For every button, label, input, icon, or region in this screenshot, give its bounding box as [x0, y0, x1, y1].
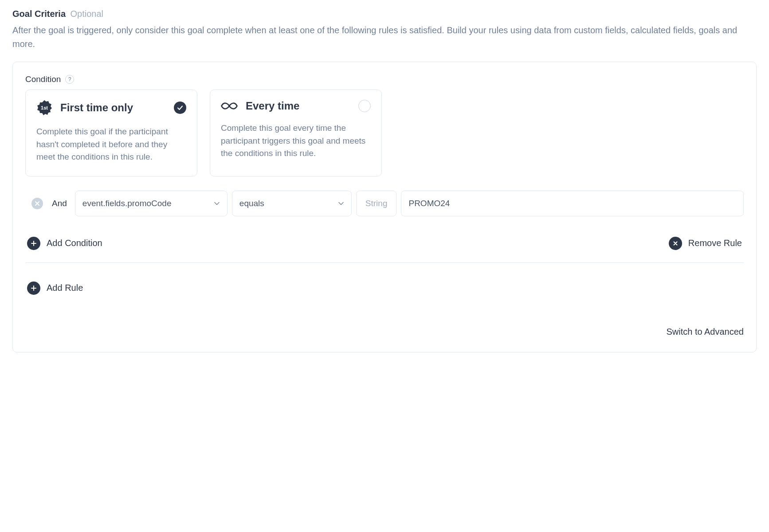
comparator-select[interactable]: equals [232, 191, 352, 216]
rule-condition-row: And event.fields.promoCode equals String [25, 191, 744, 216]
close-icon [669, 237, 682, 250]
radio-selected-icon [174, 102, 186, 114]
radio-unselected-icon [358, 100, 371, 112]
type-label: String [365, 199, 388, 208]
add-condition-label: Add Condition [47, 238, 102, 248]
header-optional-label: Optional [71, 9, 104, 19]
remove-rule-label: Remove Rule [688, 238, 742, 248]
condition-label-row: Condition ? [25, 74, 744, 84]
add-condition-button[interactable]: Add Condition [27, 237, 102, 250]
header-title: Goal Criteria [12, 9, 66, 19]
join-operator-label: And [52, 199, 67, 208]
plus-icon [27, 282, 40, 295]
close-icon [35, 201, 40, 206]
condition-option-first-time[interactable]: 1st First time only Complete this goal i… [25, 90, 197, 176]
rule-actions-row: Add Condition Remove Rule [25, 237, 744, 262]
badge-1st-icon: 1st [36, 100, 52, 116]
option-title: Every time [246, 100, 350, 112]
option-description: Complete this goal every time the partic… [221, 122, 371, 160]
type-indicator: String [356, 191, 397, 216]
add-rule-label: Add Rule [47, 283, 83, 293]
svg-text:1st: 1st [41, 105, 48, 110]
condition-options: 1st First time only Complete this goal i… [25, 90, 744, 176]
remove-condition-button[interactable] [31, 198, 43, 209]
chevron-down-icon [338, 200, 344, 207]
field-select[interactable]: event.fields.promoCode [75, 191, 228, 216]
rules-panel: Condition ? 1st First time only Complete… [12, 62, 757, 352]
condition-option-every-time[interactable]: Every time Complete this goal every time… [210, 90, 382, 176]
remove-rule-button[interactable]: Remove Rule [669, 237, 742, 250]
value-input[interactable] [401, 191, 744, 216]
comparator-select-value: equals [239, 199, 264, 208]
option-title: First time only [60, 102, 166, 114]
chevron-down-icon [214, 200, 220, 207]
goal-criteria-header: Goal Criteria Optional After the goal is… [12, 9, 757, 51]
header-description: After the goal is triggered, only consid… [12, 23, 757, 51]
option-description: Complete this goal if the participant ha… [36, 125, 186, 164]
infinity-icon [221, 100, 238, 112]
field-select-value: event.fields.promoCode [82, 199, 172, 208]
condition-label: Condition [25, 74, 61, 84]
add-rule-button[interactable]: Add Rule [27, 282, 744, 295]
divider [25, 262, 744, 263]
switch-to-advanced-link[interactable]: Switch to Advanced [666, 327, 744, 337]
help-icon[interactable]: ? [65, 75, 74, 84]
plus-icon [27, 237, 40, 250]
